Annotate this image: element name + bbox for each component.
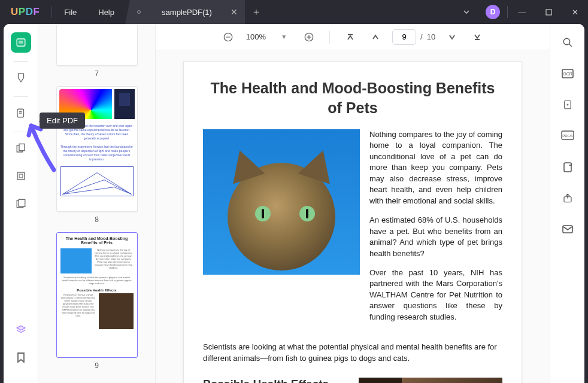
window-titlebar: UPDF File Help samplePDF(1) ✕ ＋ D — ✕ — [0, 0, 588, 24]
divider — [507, 6, 508, 18]
window-close-button[interactable]: ✕ — [562, 0, 588, 24]
document-tab[interactable]: samplePDF(1) ✕ — [125, 0, 245, 24]
ocr-button[interactable]: OCR — [557, 63, 578, 84]
left-sidebar: Edit PDF — [4, 24, 38, 383]
page-thumbnail[interactable]: The experiment saw the research over and… — [56, 86, 138, 212]
svg-text:OCR: OCR — [563, 72, 572, 76]
redact-button[interactable] — [11, 193, 31, 214]
bookmark-button[interactable] — [11, 347, 31, 367]
body-paragraph: Scientists are looking at what the poten… — [203, 342, 502, 364]
page-number-input[interactable] — [392, 29, 416, 45]
zoom-in-button[interactable] — [301, 29, 317, 45]
next-page-button[interactable] — [444, 29, 460, 45]
svg-point-20 — [563, 38, 570, 45]
close-icon[interactable]: ✕ — [231, 7, 238, 17]
edit-pdf-button[interactable] — [11, 103, 31, 123]
page-title: The Health and Mood-Boosting Benefits of… — [203, 78, 502, 117]
divider — [329, 31, 330, 44]
tooltip: Edit PDF — [40, 113, 85, 129]
new-tab-button[interactable]: ＋ — [248, 6, 264, 19]
prev-page-button[interactable] — [367, 29, 384, 45]
body-paragraph: Nothing compares to the joy of coming ho… — [369, 129, 502, 206]
account-dropdown-icon[interactable] — [453, 0, 480, 24]
first-page-button[interactable] — [342, 29, 359, 45]
svg-rect-8 — [19, 144, 25, 151]
page-sep: / — [420, 32, 423, 41]
svg-rect-10 — [19, 174, 23, 178]
convert-button[interactable] — [557, 95, 578, 115]
page-thumbnail[interactable] — [56, 24, 138, 66]
svg-rect-12 — [19, 199, 25, 206]
body-paragraph: Over the past 10 years, NIH has partnere… — [369, 268, 502, 323]
export-button[interactable] — [557, 157, 578, 177]
cat-image — [203, 129, 360, 275]
divider — [14, 132, 28, 132]
thumbnail-number: 7 — [49, 69, 144, 78]
pdfa-button[interactable]: PDF/A — [557, 126, 578, 146]
main-view: 100% ▼ / 10 — [156, 24, 550, 383]
search-button[interactable] — [557, 32, 578, 53]
zoom-level: 100% — [246, 32, 266, 41]
mail-button[interactable] — [557, 219, 578, 239]
app-logo: UPDF — [0, 6, 50, 18]
zoom-out-button[interactable] — [220, 29, 237, 45]
annotate-button[interactable] — [11, 68, 31, 88]
svg-text:PDF/A: PDF/A — [562, 134, 573, 138]
section-heading: Possible Health Effects — [203, 378, 348, 383]
page-thumbnail[interactable]: The Health and Mood-Boosting Benefits of… — [56, 232, 138, 358]
thumbnails-panel: 7 The experiment saw the research over a… — [38, 24, 156, 383]
svg-rect-29 — [563, 226, 572, 233]
app-menu: File Help — [53, 2, 125, 23]
window-maximize-button[interactable] — [535, 0, 562, 24]
body-paragraph: An estimated 68% of U.S. households have… — [369, 215, 502, 259]
avatar[interactable]: D — [480, 0, 506, 24]
svg-rect-27 — [564, 163, 571, 172]
share-button[interactable] — [557, 188, 578, 208]
dog-image — [359, 378, 502, 383]
pin-icon — [137, 10, 141, 14]
menu-help[interactable]: Help — [87, 2, 125, 23]
reader-mode-button[interactable] — [11, 32, 31, 53]
view-toolbar: 100% ▼ / 10 — [156, 24, 550, 50]
divider — [14, 96, 28, 97]
divider — [51, 6, 52, 18]
page-total: 10 — [427, 32, 435, 41]
svg-rect-9 — [17, 172, 25, 180]
menu-file[interactable]: File — [53, 2, 87, 23]
svg-rect-0 — [546, 10, 551, 15]
thumbnail-number: 9 — [49, 361, 144, 370]
zoom-dropdown-icon[interactable]: ▼ — [275, 29, 292, 45]
tab-title: samplePDF(1) — [149, 8, 225, 17]
divider — [14, 61, 28, 62]
document-page: The Health and Mood-Boosting Benefits of… — [183, 61, 522, 383]
document-viewport[interactable]: The Health and Mood-Boosting Benefits of… — [156, 50, 550, 383]
window-minimize-button[interactable]: — — [509, 0, 535, 24]
right-sidebar: OCR PDF/A — [550, 24, 584, 383]
last-page-button[interactable] — [469, 29, 486, 45]
layers-button[interactable] — [11, 320, 31, 340]
svg-line-21 — [569, 44, 572, 47]
thumbnail-number: 8 — [49, 215, 144, 224]
